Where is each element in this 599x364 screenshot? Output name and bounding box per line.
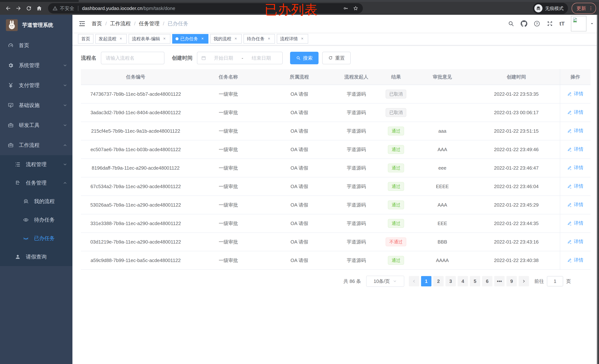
- cell-task-id: 331e3388-7b9a-11ec-a290-acde48001122: [81, 214, 190, 233]
- detail-link[interactable]: 详情: [567, 183, 583, 189]
- sidebar-item-my-process[interactable]: 我的流程: [0, 192, 72, 211]
- date-range-picker[interactable]: 开始日期 - 结束日期: [197, 52, 283, 64]
- incognito-badge: 无痕模式: [533, 3, 568, 14]
- cell-actions: 详情: [560, 122, 590, 140]
- calendar-icon: [201, 55, 206, 61]
- tab-start-process[interactable]: 发起流程×: [95, 34, 127, 44]
- chevron-right-icon: [522, 279, 526, 284]
- menu-dots-icon[interactable]: [588, 6, 593, 11]
- app-title: 芋道管理系统: [22, 22, 53, 29]
- page-button-5[interactable]: 5: [470, 276, 480, 286]
- cell-create-time: 2022-01-22 23:46:04: [473, 177, 560, 196]
- process-name-input[interactable]: [101, 52, 164, 64]
- password-key-icon[interactable]: [343, 6, 348, 11]
- detail-link[interactable]: 详情: [567, 127, 583, 134]
- page-button-2[interactable]: 2: [433, 276, 444, 286]
- breadcrumb-workflow[interactable]: 工作流程: [110, 20, 131, 27]
- sidebar-item-home[interactable]: 首页: [0, 36, 72, 55]
- search-button[interactable]: 搜索: [290, 52, 318, 64]
- sidebar-item-todo-tasks[interactable]: 待办任务: [0, 211, 72, 229]
- search-icon[interactable]: [508, 20, 514, 27]
- sidebar-item-task-mgmt[interactable]: 任务管理: [0, 174, 72, 192]
- detail-link[interactable]: 详情: [567, 90, 583, 97]
- page-button-3[interactable]: 3: [445, 276, 456, 286]
- cell-task-name: 一级审批: [190, 214, 266, 233]
- tab-close-icon[interactable]: ×: [233, 36, 238, 41]
- tab-close-icon[interactable]: ×: [200, 36, 205, 41]
- tab-my-process[interactable]: 我的流程×: [210, 34, 242, 44]
- more-pages-button[interactable]: •••: [494, 276, 505, 286]
- page-button-4[interactable]: 4: [458, 276, 468, 286]
- chevron-down-icon: [63, 103, 67, 107]
- sidebar-item-dev-tools[interactable]: 研发工具: [0, 115, 72, 135]
- page-button-1[interactable]: 1: [421, 276, 432, 286]
- browser-forward-button[interactable]: [13, 3, 24, 13]
- sidebar-collapse-button[interactable]: [78, 20, 86, 27]
- page-button-9[interactable]: 9: [506, 276, 517, 286]
- page-size-select[interactable]: 10条/页: [366, 276, 404, 287]
- tab-close-icon[interactable]: ×: [118, 36, 123, 41]
- detail-link[interactable]: 详情: [567, 146, 583, 152]
- page-button-6[interactable]: 6: [482, 276, 492, 286]
- detail-link[interactable]: 详情: [567, 220, 583, 226]
- breadcrumb-task-mgmt[interactable]: 任务管理: [139, 20, 160, 27]
- detail-link[interactable]: 详情: [567, 109, 583, 115]
- font-size-icon[interactable]: tT: [559, 20, 565, 27]
- browser-home-button[interactable]: [34, 3, 44, 13]
- sidebar-item-done-tasks[interactable]: 已办任务: [0, 229, 72, 248]
- tab-form-edit[interactable]: 流程表单-编辑×: [129, 34, 170, 44]
- bookmark-star-icon[interactable]: [353, 6, 358, 11]
- cell-actions: 详情: [560, 159, 590, 177]
- github-icon[interactable]: [521, 20, 527, 27]
- table-row: 215cf4e5-7b9b-11ec-9a1b-acde48001122一级审批…: [81, 122, 590, 140]
- tab-close-icon[interactable]: ×: [300, 36, 305, 41]
- detail-link[interactable]: 详情: [567, 201, 583, 208]
- goto-page-input[interactable]: [547, 276, 563, 286]
- avatar-caret-down-icon[interactable]: [590, 22, 594, 26]
- sidebar-item-payment[interactable]: 支付管理: [0, 75, 72, 95]
- column-header-result: 结果: [380, 69, 412, 85]
- page-scrollbar[interactable]: [597, 15, 599, 364]
- tab-todo-tasks[interactable]: 待办任务×: [244, 34, 275, 44]
- cell-result: 通过: [380, 251, 412, 270]
- pagination: 共 86 条 10条/页 123456•••9 前往 页: [81, 276, 571, 287]
- help-icon[interactable]: ?: [534, 20, 540, 27]
- next-page-button[interactable]: [519, 276, 529, 286]
- cell-create-time: 2022-01-22 23:40:38: [473, 251, 560, 270]
- browser-reload-button[interactable]: [24, 3, 34, 13]
- sidebar-item-process-mgmt[interactable]: 流程管理: [0, 155, 72, 174]
- column-header-actions: 操作: [560, 69, 590, 85]
- tab-home[interactable]: 首页: [78, 34, 94, 44]
- tab-close-icon[interactable]: ×: [266, 36, 272, 41]
- sidebar-item-system[interactable]: 系统管理: [0, 55, 72, 75]
- briefcase-icon: [8, 142, 14, 148]
- detail-link[interactable]: 详情: [567, 257, 583, 263]
- sidebar-item-leave-query[interactable]: 请假查询: [0, 248, 72, 266]
- avatar[interactable]: [571, 16, 586, 31]
- reset-button[interactable]: 重置: [322, 52, 351, 64]
- tab-label: 流程详情: [280, 36, 298, 42]
- active-tab-dot: [176, 37, 178, 40]
- detail-link[interactable]: 详情: [567, 238, 583, 245]
- sidebar-item-label: 基础设施: [19, 102, 40, 109]
- detail-label: 详情: [574, 109, 583, 115]
- tab-process-detail[interactable]: 流程详情×: [277, 34, 308, 44]
- tab-close-icon[interactable]: ×: [162, 36, 167, 41]
- sidebar-item-label: 已办任务: [34, 235, 55, 242]
- breadcrumb-home[interactable]: 首页: [92, 20, 102, 27]
- browser-back-button[interactable]: [3, 3, 13, 13]
- sidebar-logo[interactable]: 芋道管理系统: [0, 15, 72, 36]
- process-name-label: 流程名: [81, 54, 97, 62]
- yen-icon: [8, 82, 14, 88]
- cell-starter: 芋道源码: [332, 159, 380, 177]
- sidebar-item-workflow[interactable]: 工作流程: [0, 135, 72, 155]
- browser-update-button[interactable]: 更新: [572, 3, 596, 14]
- prev-page-button[interactable]: [409, 276, 419, 286]
- detail-label: 详情: [574, 257, 583, 263]
- sidebar: 芋道管理系统 首页系统管理支付管理基础设施研发工具工作流程流程管理任务管理我的流…: [0, 15, 72, 364]
- detail-link[interactable]: 详情: [567, 164, 583, 171]
- tab-done-tasks[interactable]: 已办任务×: [172, 34, 208, 44]
- fullscreen-icon[interactable]: [546, 20, 553, 27]
- sidebar-item-infrastructure[interactable]: 基础设施: [0, 95, 72, 115]
- cell-result: 不通过: [380, 233, 412, 251]
